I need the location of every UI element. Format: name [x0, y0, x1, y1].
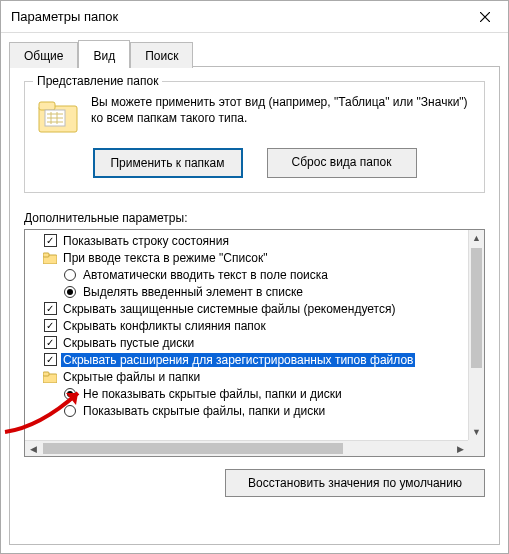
tab-view[interactable]: Вид [78, 40, 130, 68]
scroll-right-icon[interactable]: ▶ [452, 441, 468, 456]
advanced-settings-tree[interactable]: ✓ Показывать строку состояния При вводе … [24, 229, 485, 457]
tab-bar: Общие Вид Поиск [1, 33, 508, 67]
svg-rect-1 [39, 102, 55, 110]
tree-item-label: Скрывать защищенные системные файлы (рек… [61, 302, 397, 316]
titlebar: Параметры папок [1, 1, 508, 33]
checkbox-icon[interactable]: ✓ [43, 234, 57, 248]
folder-views-legend: Представление папок [33, 74, 162, 88]
radio-icon[interactable] [63, 268, 77, 282]
tree-item-label: При вводе текста в режиме "Список" [61, 251, 270, 265]
tree-item-label: Автоматически вводить текст в поле поиск… [81, 268, 330, 282]
tree-item-label: Показывать строку состояния [61, 234, 231, 248]
tree-item-label: Скрытые файлы и папки [61, 370, 202, 384]
tree-item-label: Показывать скрытые файлы, папки и диски [81, 404, 327, 418]
scrollbar-thumb[interactable] [471, 248, 482, 368]
tab-view-panel: Представление папок Вы можете применить … [9, 67, 500, 545]
radio-icon[interactable] [63, 404, 77, 418]
folder-icon [43, 251, 57, 265]
scroll-down-icon[interactable]: ▼ [469, 424, 484, 440]
tree-item-label: Скрывать конфликты слияния папок [61, 319, 268, 333]
tree-item-show-hidden[interactable]: Показывать скрытые файлы, папки и диски [29, 402, 468, 419]
tree-item-label: Скрывать расширения для зарегистрированн… [61, 353, 415, 367]
folder-views-group: Представление папок Вы можете применить … [24, 81, 485, 193]
close-button[interactable] [462, 1, 508, 33]
window-title: Параметры папок [11, 9, 462, 24]
scroll-left-icon[interactable]: ◀ [25, 441, 41, 456]
svg-rect-9 [43, 253, 49, 257]
tree-group-list-typing[interactable]: При вводе текста в режиме "Список" [29, 249, 468, 266]
tree-item-hide-empty-drives[interactable]: ✓ Скрывать пустые диски [29, 334, 468, 351]
apply-to-folders-button[interactable]: Применить к папкам [93, 148, 243, 178]
vertical-scrollbar[interactable]: ▲ ▼ [468, 230, 484, 440]
tree-item-label: Скрывать пустые диски [61, 336, 196, 350]
tree-item-auto-type-search[interactable]: Автоматически вводить текст в поле поиск… [29, 266, 468, 283]
tree-item-dont-show-hidden[interactable]: Не показывать скрытые файлы, папки и дис… [29, 385, 468, 402]
checkbox-icon[interactable]: ✓ [43, 353, 57, 367]
folder-view-icon [37, 94, 79, 136]
tree-item-hide-protected-os[interactable]: ✓ Скрывать защищенные системные файлы (р… [29, 300, 468, 317]
advanced-settings-label: Дополнительные параметры: [24, 211, 485, 225]
scrollbar-thumb[interactable] [43, 443, 343, 454]
horizontal-scrollbar[interactable]: ◀ ▶ [25, 440, 468, 456]
tree-item-select-typed-item[interactable]: Выделять введенный элемент в списке [29, 283, 468, 300]
folder-options-window: Параметры папок Общие Вид Поиск Представ… [0, 0, 509, 554]
checkbox-icon[interactable]: ✓ [43, 302, 57, 316]
folder-views-text: Вы можете применить этот вид (например, … [91, 94, 472, 136]
scroll-up-icon[interactable]: ▲ [469, 230, 484, 246]
tree-item-label: Выделять введенный элемент в списке [81, 285, 305, 299]
folder-icon [43, 370, 57, 384]
close-icon [480, 9, 490, 25]
tree-item-show-status-bar[interactable]: ✓ Показывать строку состояния [29, 232, 468, 249]
tree-group-hidden-files[interactable]: Скрытые файлы и папки [29, 368, 468, 385]
checkbox-icon[interactable]: ✓ [43, 336, 57, 350]
tree-item-hide-extensions[interactable]: ✓ Скрывать расширения для зарегистрирова… [29, 351, 468, 368]
tab-general[interactable]: Общие [9, 42, 78, 68]
scroll-corner [468, 440, 484, 456]
reset-folders-button[interactable]: Сброс вида папок [267, 148, 417, 178]
checkbox-icon[interactable]: ✓ [43, 319, 57, 333]
tab-search[interactable]: Поиск [130, 42, 193, 68]
radio-icon[interactable] [63, 285, 77, 299]
tree-item-label: Не показывать скрытые файлы, папки и дис… [81, 387, 344, 401]
restore-defaults-button[interactable]: Восстановить значения по умолчанию [225, 469, 485, 497]
radio-icon[interactable] [63, 387, 77, 401]
tree-item-hide-merge-conflicts[interactable]: ✓ Скрывать конфликты слияния папок [29, 317, 468, 334]
svg-rect-11 [43, 372, 49, 376]
